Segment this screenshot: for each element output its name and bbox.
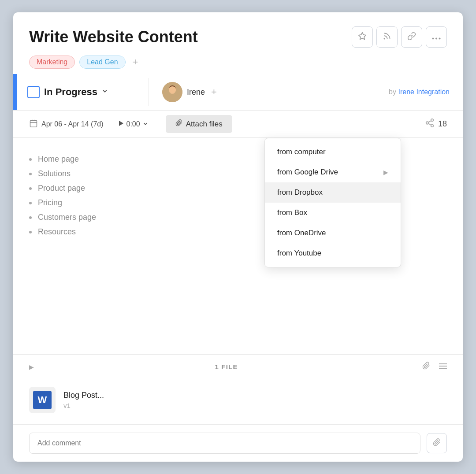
list-item-label: Home page xyxy=(38,155,79,164)
comment-attach-button[interactable] xyxy=(427,433,447,453)
tag-leadgen[interactable]: Lead Gen xyxy=(79,56,125,69)
date-range: Apr 06 - Apr 14 (7d) xyxy=(41,120,104,128)
files-expand-chevron[interactable]: ▶ xyxy=(29,363,34,370)
calendar-icon xyxy=(29,119,38,130)
svg-line-18 xyxy=(428,123,431,125)
status-label: In Progress xyxy=(44,86,97,98)
comment-input[interactable] xyxy=(29,433,420,454)
paperclip-icon xyxy=(175,119,182,129)
file-version: v1 xyxy=(63,402,104,409)
card-header: Write Website Content xyxy=(13,12,463,69)
status-left: In Progress xyxy=(17,78,149,106)
tag-marketing[interactable]: Marketing xyxy=(29,56,75,69)
assignee-name: Irene xyxy=(187,88,205,97)
dropdown-label-box: from Box xyxy=(277,208,307,217)
list-item-label: Customers page xyxy=(38,213,96,222)
avatar xyxy=(162,82,182,102)
rss-icon xyxy=(383,32,391,43)
svg-point-2 xyxy=(432,37,434,39)
status-bar: In Progress Irene + xyxy=(13,74,463,111)
star-button[interactable] xyxy=(352,26,373,48)
list-item-label: Resources xyxy=(38,227,76,237)
dropdown-item-onedrive[interactable]: from OneDrive xyxy=(265,223,401,243)
status-right: Irene + by Irene Integration xyxy=(149,74,463,110)
word-file-icon: W xyxy=(33,391,52,409)
bullet-dot xyxy=(29,173,32,175)
bullet-dot xyxy=(29,187,32,190)
attach-files-button[interactable]: Attach files xyxy=(166,115,232,133)
bullet-dot xyxy=(29,202,32,204)
comment-area xyxy=(13,424,463,462)
share-count-value: 18 xyxy=(438,119,447,129)
file-name[interactable]: Blog Post... xyxy=(63,391,104,400)
by-name: Irene Integration xyxy=(398,88,450,96)
bullet-dot xyxy=(29,231,32,233)
more-button[interactable] xyxy=(426,26,447,48)
svg-point-16 xyxy=(426,122,429,124)
status-checkbox[interactable] xyxy=(27,86,40,98)
dropdown-label-dropbox: from Dropbox xyxy=(277,188,323,197)
svg-rect-10 xyxy=(30,120,37,127)
by-label-group: by Irene Integration xyxy=(389,88,450,96)
dropdown-item-dropbox[interactable]: from Dropbox xyxy=(265,182,401,203)
meta-time: 0:00 xyxy=(118,120,148,128)
dropdown-item-youtube[interactable]: from Youtube xyxy=(265,243,401,263)
toolbar-icons xyxy=(352,26,447,48)
svg-point-3 xyxy=(435,37,437,39)
files-attach-icon[interactable] xyxy=(422,362,430,372)
dropdown-label-computer: from computer xyxy=(277,148,326,156)
list-item-label: Pricing xyxy=(38,198,62,207)
status-accent-bar xyxy=(13,74,17,110)
add-tag-button[interactable]: + xyxy=(130,56,141,68)
chevron-right-icon: ▶ xyxy=(383,169,388,176)
attach-label: Attach files xyxy=(186,120,223,129)
svg-point-1 xyxy=(384,38,385,39)
meta-bar: Apr 06 - Apr 14 (7d) 0:00 Attach files 1… xyxy=(13,111,463,138)
more-icon xyxy=(432,33,441,42)
svg-point-4 xyxy=(439,37,441,39)
file-icon-wrap: W xyxy=(29,387,56,413)
time-value: 0:00 xyxy=(126,120,140,128)
bullet-dot xyxy=(29,216,32,219)
files-bar: ▶ 1 FILE xyxy=(13,354,463,379)
link-button[interactable] xyxy=(401,26,422,48)
star-icon xyxy=(358,32,367,43)
status-dropdown-chevron[interactable] xyxy=(102,88,108,96)
task-card: Write Website Content xyxy=(13,12,463,462)
comment-paperclip-icon xyxy=(433,438,441,448)
dropdown-item-googledrive[interactable]: from Google Drive ▶ xyxy=(265,162,401,182)
tags-row: Marketing Lead Gen + xyxy=(29,56,447,69)
file-item: W Blog Post... v1 xyxy=(13,379,463,424)
time-chevron[interactable] xyxy=(143,120,148,128)
rss-button[interactable] xyxy=(376,26,398,48)
svg-marker-14 xyxy=(119,121,123,126)
list-item-label: Product page xyxy=(38,184,85,193)
dropdown-item-computer[interactable]: from computer xyxy=(265,142,401,162)
dropdown-label-youtube: from Youtube xyxy=(277,249,321,258)
dropdown-label-onedrive: from OneDrive xyxy=(277,229,326,237)
meta-date: Apr 06 - Apr 14 (7d) xyxy=(29,119,104,130)
assignee: Irene + xyxy=(162,82,217,102)
link-icon xyxy=(407,32,416,43)
svg-point-15 xyxy=(431,119,434,122)
page-title: Write Website Content xyxy=(29,28,198,46)
dropdown-item-box[interactable]: from Box xyxy=(265,203,401,223)
files-count-label: 1 FILE xyxy=(39,363,413,370)
share-icon xyxy=(425,118,435,130)
by-prefix: by xyxy=(389,88,396,96)
svg-marker-0 xyxy=(359,32,366,39)
list-item-label: Solutions xyxy=(38,169,71,178)
title-row: Write Website Content xyxy=(29,26,447,48)
svg-point-17 xyxy=(431,125,434,127)
bullet-dot xyxy=(29,158,32,161)
share-count: 18 xyxy=(425,118,447,130)
attach-dropdown-menu: from computer from Google Drive ▶ from D… xyxy=(264,138,401,267)
file-info: Blog Post... v1 xyxy=(63,391,104,409)
play-icon[interactable] xyxy=(118,120,124,128)
files-menu-icon[interactable] xyxy=(439,362,447,371)
add-assignee-button[interactable]: + xyxy=(211,86,217,98)
dropdown-label-googledrive: from Google Drive xyxy=(277,168,338,177)
svg-line-19 xyxy=(428,121,431,122)
